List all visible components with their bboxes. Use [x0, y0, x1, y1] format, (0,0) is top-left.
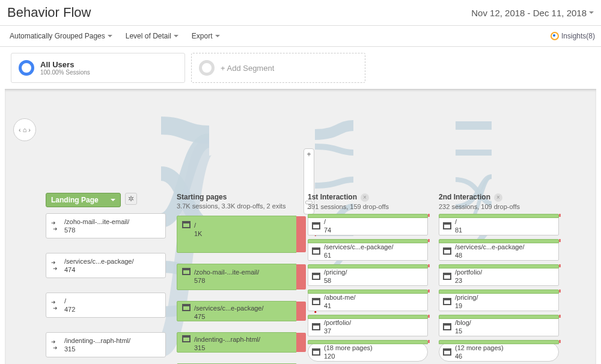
- more-pages-node[interactable]: (18 more pages)120: [308, 342, 428, 362]
- flow-node[interactable]: /services/c...e-package/61: [308, 241, 428, 261]
- page-icon: [312, 273, 320, 280]
- column-landing-page: Landing Page ✲ /zoho-mail-...ite-email/5…: [46, 193, 166, 364]
- column-subtitle: 391 sessions, 159 drop-offs: [308, 203, 428, 210]
- grouping-dropdown[interactable]: Automatically Grouped Pages: [6, 29, 116, 43]
- grouping-label: Automatically Grouped Pages: [10, 32, 105, 40]
- flow-node[interactable]: /1K⬇: [177, 216, 297, 253]
- flow-node[interactable]: /portfolio/23: [439, 267, 559, 286]
- caret-icon: [589, 11, 594, 14]
- node-value: 58: [324, 276, 347, 285]
- flow-node[interactable]: /472: [46, 293, 166, 318]
- page-icon: [312, 323, 320, 330]
- node-label: /indenting-...raph-html/: [194, 335, 260, 344]
- flow-node[interactable]: /services/c...e-package/48: [439, 241, 559, 261]
- node-value: 475: [194, 312, 264, 321]
- detail-label: Level of Detail: [126, 32, 171, 40]
- segment-all-users[interactable]: All Users 100.00% Sessions: [11, 53, 185, 83]
- column-2nd-interaction: 2nd Interaction× 232 sessions, 109 drop-…: [439, 193, 559, 364]
- page-icon: [443, 323, 451, 330]
- node-value: 472: [64, 305, 75, 314]
- landing-page-dropdown[interactable]: Landing Page: [46, 193, 121, 207]
- column-title: 2nd Interaction: [439, 193, 490, 201]
- segment-title: All Users: [40, 60, 90, 69]
- more-pages-node[interactable]: (12 more pages)46: [439, 342, 559, 362]
- page-title: Behavior Flow: [7, 5, 91, 20]
- page-icon: [182, 221, 191, 228]
- node-label: /zoho-mail-...ite-email/: [194, 268, 259, 276]
- page-icon: [182, 268, 191, 275]
- node-label: (12 more pages): [455, 344, 504, 352]
- node-label: (18 more pages): [324, 344, 373, 352]
- segment-row: All Users 100.00% Sessions + Add Segment: [5, 47, 601, 89]
- column-1st-interaction: 1st Interaction× 391 sessions, 159 drop-…: [308, 193, 428, 364]
- node-value: 41: [324, 302, 356, 310]
- node-value: 23: [455, 276, 482, 285]
- flow-node[interactable]: /81: [439, 216, 559, 235]
- node-label: /: [324, 217, 331, 226]
- page-icon: [443, 222, 451, 229]
- flow-node[interactable]: /zoho-mail-...ite-email/578⬇: [177, 264, 297, 290]
- add-segment-button[interactable]: + Add Segment: [191, 53, 365, 83]
- gear-button[interactable]: ✲: [125, 193, 137, 205]
- flow-node[interactable]: /74: [308, 216, 428, 235]
- export-dropdown[interactable]: Export: [188, 29, 224, 43]
- dropoff-indicator: ⬇: [296, 302, 306, 321]
- flow-node[interactable]: /indenting-...raph-html/315: [177, 332, 297, 353]
- flow-node[interactable]: /services/c...e-package/474: [46, 253, 166, 278]
- page-icon: [312, 247, 320, 255]
- node-value: 578: [64, 226, 129, 234]
- flow-node[interactable]: /pricing/19: [439, 292, 559, 311]
- page-icon: [443, 348, 451, 356]
- flow-source-icon: [51, 301, 61, 309]
- node-label: /services/c...e-package/: [455, 243, 525, 251]
- flow-node[interactable]: /services/c...e-package/475⬇: [177, 301, 297, 321]
- page-icon: [312, 298, 320, 305]
- flow-node[interactable]: /blog/15: [439, 317, 559, 336]
- node-label: /: [194, 221, 202, 229]
- export-label: Export: [192, 32, 213, 40]
- node-label: /portfolio/: [455, 268, 482, 276]
- node-value: 48: [455, 251, 525, 259]
- insights-icon: [551, 32, 559, 40]
- flow-source-icon: [51, 341, 61, 349]
- node-value: 1K: [194, 229, 202, 238]
- node-value: 578: [194, 276, 259, 285]
- page-icon: [443, 247, 451, 255]
- dropoff-indicator: ⬇: [296, 216, 306, 252]
- detail-dropdown[interactable]: Level of Detail: [122, 29, 182, 43]
- flow-node[interactable]: /pricing/58: [308, 267, 428, 286]
- node-label: /zoho-mail-...ite-email/: [64, 217, 129, 226]
- node-label: /indenting-...raph-html/: [64, 336, 130, 345]
- segment-subtitle: 100.00% Sessions: [40, 69, 90, 76]
- node-label: /portfolio/: [324, 318, 351, 327]
- node-label: /services/c...e-package/: [194, 304, 264, 312]
- add-segment-label: + Add Segment: [221, 64, 274, 73]
- nav-home-button[interactable]: ‹ ⌂ ›: [13, 118, 36, 141]
- flow-node[interactable]: /portfolio/37: [308, 317, 428, 336]
- node-value: 37: [324, 327, 351, 335]
- node-label: /pricing/: [455, 293, 478, 302]
- insights-button[interactable]: Insights(8): [551, 32, 595, 40]
- flow-node[interactable]: /zoho-mail-...ite-email/578: [46, 213, 166, 238]
- remove-column-button[interactable]: ×: [494, 193, 502, 202]
- date-range-text: Nov 12, 2018 - Dec 11, 2018: [471, 8, 587, 18]
- node-value: 120: [324, 352, 373, 360]
- node-label: /pricing/: [324, 268, 347, 276]
- caret-icon: [108, 35, 112, 37]
- node-value: 315: [194, 344, 260, 352]
- page-icon: [182, 335, 191, 342]
- insights-label: Insights(8): [561, 32, 595, 40]
- page-icon: [312, 348, 320, 356]
- date-range-picker[interactable]: Nov 12, 2018 - Dec 11, 2018: [471, 8, 594, 18]
- segment-donut-icon: [19, 60, 34, 76]
- toolbar: Automatically Grouped Pages Level of Det…: [0, 26, 601, 47]
- node-value: 19: [455, 302, 478, 310]
- dropoff-indicator: [296, 333, 306, 352]
- remove-column-button[interactable]: ×: [361, 193, 369, 202]
- column-starting-pages: Starting pages 3.7K sessions, 3.3K drop-…: [177, 193, 297, 364]
- dropoff-indicator: ⬇: [296, 264, 306, 290]
- flow-node[interactable]: /about-me/41: [308, 292, 428, 311]
- flow-node[interactable]: /indenting-...raph-html/315: [46, 332, 166, 357]
- zoom-in-button[interactable]: +: [307, 150, 311, 159]
- column-title: 1st Interaction: [308, 193, 357, 201]
